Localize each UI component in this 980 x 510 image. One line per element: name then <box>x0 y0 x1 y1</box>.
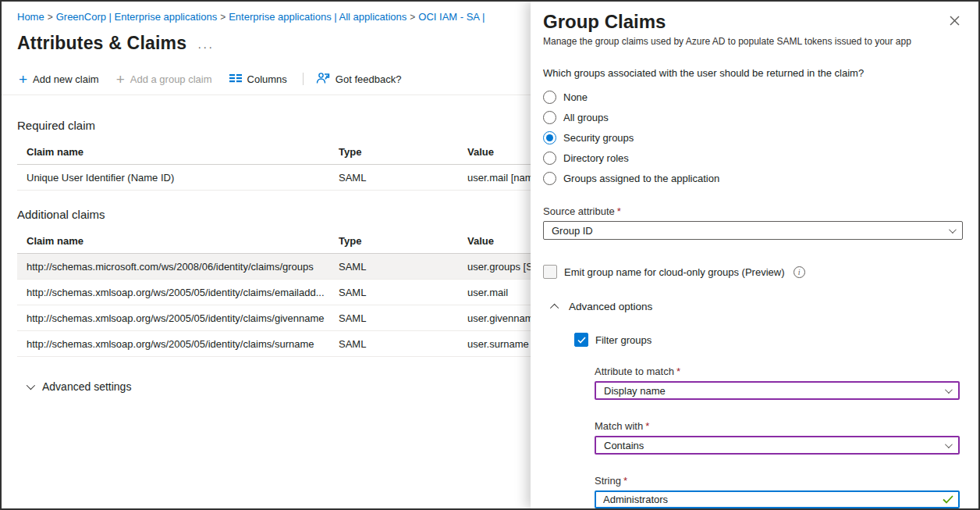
divider <box>2 95 531 95</box>
plus-icon: + <box>116 73 125 86</box>
command-bar: + Add new claim + Add a group claim Colu… <box>19 70 531 88</box>
breadcrumb-all-applications[interactable]: Enterprise applications | All applicatio… <box>229 11 407 23</box>
checkbox-unchecked-icon <box>543 265 557 279</box>
radio-groups-assigned[interactable]: Groups assigned to the application <box>543 168 963 188</box>
columns-button[interactable]: Columns <box>229 73 287 86</box>
panel-title: Group Claims <box>543 11 666 33</box>
group-claims-panel: Group Claims Manage the group claims use… <box>531 2 978 508</box>
chevron-down-icon <box>945 440 953 448</box>
required-claim-table: Claim name Type Value Unique User Identi… <box>17 140 531 191</box>
table-row[interactable]: Unique User Identifier (Name ID) SAML us… <box>17 165 531 191</box>
source-attribute-dropdown[interactable]: Group ID <box>543 221 963 240</box>
columns-label: Columns <box>247 73 287 85</box>
breadcrumb-home[interactable]: Home <box>17 11 44 23</box>
radio-none[interactable]: None <box>543 87 963 107</box>
chevron-down-icon <box>949 226 957 234</box>
breadcrumb-separator: > <box>410 12 415 23</box>
advanced-settings-toggle[interactable]: Advanced settings <box>27 380 531 393</box>
groups-question-label: Which groups associated with the user sh… <box>543 67 963 79</box>
filter-groups-checkbox[interactable]: Filter groups <box>574 333 963 347</box>
info-icon[interactable]: i <box>794 266 805 278</box>
required-asterisk: * <box>676 366 680 377</box>
radio-icon <box>543 91 556 104</box>
azure-portal-window: Home>GreenCorp | Enterprise applications… <box>0 0 980 510</box>
required-claim-heading: Required claim <box>17 119 531 132</box>
radio-directory-roles[interactable]: Directory roles <box>543 148 963 168</box>
breadcrumb: Home>GreenCorp | Enterprise applications… <box>17 11 531 23</box>
column-header-value: Value <box>467 235 531 247</box>
radio-all-groups[interactable]: All groups <box>543 107 963 127</box>
chevron-down-icon <box>27 381 35 390</box>
column-header-value: Value <box>467 146 531 158</box>
radio-selected-icon <box>543 131 556 144</box>
page-title: Attributes & Claims <box>17 33 186 54</box>
column-header-type: Type <box>339 146 467 158</box>
table-header: Claim name Type Value <box>17 229 531 254</box>
attribute-to-match-dropdown[interactable]: Display name <box>595 381 960 400</box>
table-row-groups-claim[interactable]: http://schemas.microsoft.com/ws/2008/06/… <box>17 254 531 280</box>
advanced-options-toggle[interactable]: Advanced options <box>552 301 963 312</box>
add-new-claim-label: Add new claim <box>33 73 99 85</box>
got-feedback-button[interactable]: Got feedback? <box>316 72 402 87</box>
additional-claims-heading: Additional claims <box>17 208 531 221</box>
table-row-surname-claim[interactable]: http://schemas.xmlsoap.org/ws/2005/05/id… <box>17 331 531 357</box>
attribute-to-match-value: Display name <box>604 385 666 397</box>
source-attribute-label: Source attribute* <box>543 205 963 217</box>
columns-icon <box>229 73 242 86</box>
more-menu-icon[interactable]: ··· <box>197 37 214 51</box>
radio-icon <box>543 152 556 165</box>
match-with-label: Match with* <box>595 420 960 432</box>
match-with-dropdown[interactable]: Contains <box>595 436 960 455</box>
required-asterisk: * <box>617 205 621 217</box>
column-header-claim-name: Claim name <box>27 146 339 158</box>
table-header: Claim name Type Value <box>17 140 531 165</box>
advanced-settings-label: Advanced settings <box>42 380 131 393</box>
panel-subtitle: Manage the group claims used by Azure AD… <box>543 36 963 47</box>
emit-group-name-checkbox[interactable]: Emit group name for cloud-only groups (P… <box>543 265 963 279</box>
source-attribute-value: Group ID <box>552 225 593 237</box>
string-input[interactable] <box>595 490 960 508</box>
add-group-claim-button: + Add a group claim <box>116 73 212 86</box>
chevron-up-icon <box>550 303 559 312</box>
additional-claims-table: Claim name Type Value http://schemas.mic… <box>17 229 531 357</box>
feedback-person-icon <box>316 72 330 87</box>
add-group-claim-label: Add a group claim <box>130 73 212 85</box>
plus-icon: + <box>19 73 27 86</box>
valid-check-icon <box>943 494 953 506</box>
breadcrumb-enterprise-apps[interactable]: GreenCorp | Enterprise applications <box>56 11 217 23</box>
toolbar-divider <box>303 73 304 85</box>
column-header-type: Type <box>339 235 467 247</box>
required-asterisk: * <box>623 475 627 487</box>
column-header-claim-name: Claim name <box>27 235 339 247</box>
attribute-to-match-label: Attribute to match* <box>595 366 960 377</box>
required-asterisk: * <box>645 420 649 432</box>
breadcrumb-separator: > <box>220 12 225 23</box>
add-new-claim-button[interactable]: + Add new claim <box>19 73 99 86</box>
string-label: String* <box>595 475 960 487</box>
radio-icon <box>543 111 556 124</box>
checkbox-checked-icon <box>574 333 588 347</box>
radio-security-groups[interactable]: Security groups <box>543 127 963 148</box>
table-row-email-claim[interactable]: http://schemas.xmlsoap.org/ws/2005/05/id… <box>17 280 531 305</box>
breadcrumb-oci-iam[interactable]: OCI IAM - SA | <box>418 11 485 23</box>
chevron-down-icon <box>945 386 953 394</box>
attributes-claims-page: Home>GreenCorp | Enterprise applications… <box>2 2 531 510</box>
match-with-value: Contains <box>604 440 644 451</box>
group-type-radio-group: None All groups Security groups Director… <box>543 87 963 188</box>
breadcrumb-separator: > <box>48 12 53 23</box>
got-feedback-label: Got feedback? <box>336 73 402 85</box>
table-row-givenname-claim[interactable]: http://schemas.xmlsoap.org/ws/2005/05/id… <box>17 305 531 331</box>
radio-icon <box>543 172 556 185</box>
close-icon[interactable] <box>946 12 963 31</box>
